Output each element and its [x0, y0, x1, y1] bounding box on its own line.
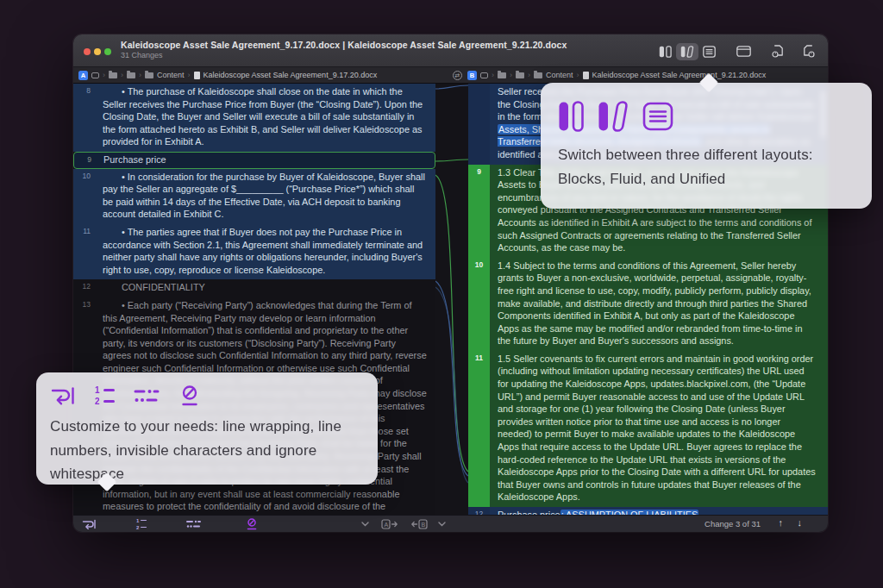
computer-icon[interactable] — [480, 72, 488, 78]
customize-tooltip-icons: 1 2 — [50, 385, 360, 407]
folder-icon[interactable] — [145, 72, 153, 78]
blocks-layout-icon — [659, 46, 672, 58]
svg-text:A: A — [385, 521, 389, 527]
blocks-layout-button[interactable] — [654, 43, 676, 60]
text-segment: • The parties agree that if Buyer does n… — [103, 227, 423, 275]
window-panel-icon — [736, 46, 751, 57]
line-wrap-icon — [82, 519, 97, 529]
line-numbers-icon: 1 2 — [136, 518, 147, 530]
unified-layout-button[interactable] — [698, 43, 720, 60]
change-position-label: Change 3 of 31 — [705, 519, 761, 529]
computer-icon[interactable] — [91, 72, 99, 78]
merge-menu-button[interactable] — [438, 522, 446, 527]
fluid-layout-icon — [598, 101, 629, 132]
breadcrumb-file-a: A › › › Content › Kaleidoscope Asset Sal… — [78, 67, 377, 83]
left-row-10[interactable]: 10 • In consideration for the purchase b… — [73, 169, 435, 224]
left-row-11[interactable]: 11 • The parties agree that if Buyer doe… — [73, 224, 435, 279]
refresh-file-a-button[interactable] — [767, 42, 789, 60]
previous-change-button[interactable]: ↑ — [779, 517, 784, 528]
ignore-whitespace-toggle[interactable] — [246, 518, 258, 530]
invisible-characters-toggle[interactable] — [186, 519, 201, 529]
line-wrap-icon — [50, 385, 76, 406]
folder-icon[interactable] — [516, 72, 524, 78]
customize-tooltip: 1 2 Customize to your needs: line wrappi… — [36, 372, 378, 485]
invisible-characters-icon — [134, 387, 160, 404]
line-number: 8 — [73, 84, 96, 152]
unified-layout-icon — [703, 46, 716, 58]
minimize-button[interactable] — [94, 48, 101, 55]
line-numbers-icon: 1 2 — [95, 386, 115, 406]
breadcrumb-file-label[interactable]: Kaleidoscope Asset Sale Agreement_9.17.2… — [204, 71, 378, 79]
chevron-down-icon — [361, 522, 369, 527]
left-row-8[interactable]: 8 • The purchase of Kaleidoscope shall c… — [73, 84, 435, 152]
right-row-11-added[interactable]: 11 1.5 Seller covenants to fix current e… — [468, 351, 828, 507]
fluid-layout-button[interactable] — [676, 43, 698, 60]
folder-icon[interactable] — [534, 72, 542, 78]
desktop-background: Kaleidoscope Asset Sale Agreement_9.17.2… — [0, 0, 883, 588]
folder-icon[interactable] — [127, 72, 135, 78]
traffic-lights — [84, 48, 111, 55]
chevron-separator: › — [492, 72, 494, 79]
chevron-separator: › — [510, 72, 512, 79]
chevron-separator: › — [528, 72, 530, 79]
blocks-layout-icon — [558, 101, 584, 132]
left-row-12[interactable]: 12 CONFIDENTIALITY — [73, 279, 435, 297]
right-row-10-added[interactable]: 10 1.4 Subject to the terms and conditio… — [468, 258, 828, 351]
status-bar: 1 2 A — [73, 515, 828, 532]
chevron-separator: › — [577, 72, 579, 79]
text-segment: CONFIDENTIALITY — [122, 282, 205, 292]
left-row-9-insertion-point[interactable]: 9 Purchase price — [73, 152, 435, 169]
text-segment: Purchase price — [103, 154, 166, 165]
breadcrumb-file-b: ⇄ B › › › Content › Kaleidoscope Asset S… — [453, 67, 766, 83]
document-reload-alt-icon — [802, 45, 815, 58]
swap-documents-icon[interactable]: ⇄ — [453, 71, 462, 80]
line-number: 10 — [468, 258, 490, 351]
layout-tooltip-icons — [558, 100, 855, 133]
layout-tooltip-text: Switch between three different layouts: … — [558, 143, 855, 191]
folder-icon[interactable] — [498, 72, 506, 78]
folder-icon[interactable] — [109, 72, 117, 78]
refresh-file-b-button[interactable] — [798, 42, 819, 60]
file-a-badge: A — [78, 71, 88, 80]
line-number: 9 — [74, 153, 97, 168]
window-title: Kaleidoscope Asset Sale Agreement_9.17.2… — [121, 41, 567, 51]
document-icon — [583, 72, 589, 79]
breadcrumb-folder-label[interactable]: Content — [546, 71, 573, 79]
ignore-whitespace-icon — [178, 385, 201, 407]
breadcrumb-folder-label[interactable]: Content — [157, 71, 185, 79]
diff-text: • In consideration for the purchase by B… — [96, 169, 435, 224]
diff-text: CONFIDENTIALITY — [96, 279, 435, 297]
reader-view-button[interactable] — [732, 43, 755, 59]
layout-tooltip: Switch between three different layouts: … — [541, 83, 872, 209]
line-number: 10 — [73, 169, 96, 224]
text-segment: 1.5 Seller covenants to fix current erro… — [498, 353, 816, 503]
layout-toolbar — [654, 42, 819, 60]
document-icon — [194, 72, 200, 79]
chevron-separator: › — [121, 72, 123, 79]
breadcrumb-file-label[interactable]: Kaleidoscope Asset Sale Agreement_9.21.2… — [592, 71, 767, 79]
line-number: 12 — [73, 279, 96, 297]
right-row-12[interactable]: 12 Purchase price; ASSUMPTION OF LIABILI… — [468, 507, 828, 515]
line-number — [468, 84, 490, 165]
diff-text: 1.4 Subject to the terms and conditions … — [490, 258, 828, 351]
close-button[interactable] — [84, 48, 91, 55]
copy-a-right-icon: A — [381, 519, 398, 529]
filter-menu-button[interactable] — [361, 522, 369, 527]
line-numbers-toggle[interactable]: 1 2 — [136, 518, 147, 530]
line-number: 11 — [468, 351, 490, 507]
chevron-separator: › — [103, 72, 105, 79]
window-title-block: Kaleidoscope Asset Sale Agreement_9.17.2… — [121, 41, 567, 60]
changes-count: 31 Changes — [121, 52, 567, 60]
zoom-button[interactable] — [104, 48, 111, 55]
copy-a-to-b-button[interactable]: A — [381, 519, 398, 529]
copy-b-to-a-button[interactable]: B — [410, 519, 428, 529]
titlebar[interactable]: Kaleidoscope Asset Sale Agreement_9.17.2… — [73, 34, 828, 67]
chevron-down-icon — [438, 522, 446, 527]
next-change-button[interactable]: ↓ — [798, 517, 803, 528]
line-number: 9 — [468, 165, 490, 258]
line-number: 11 — [73, 224, 96, 279]
unified-layout-icon — [642, 101, 673, 132]
line-wrapping-toggle[interactable] — [82, 519, 97, 529]
diff-text: Purchase price — [97, 153, 435, 168]
invisible-characters-icon — [186, 519, 201, 529]
